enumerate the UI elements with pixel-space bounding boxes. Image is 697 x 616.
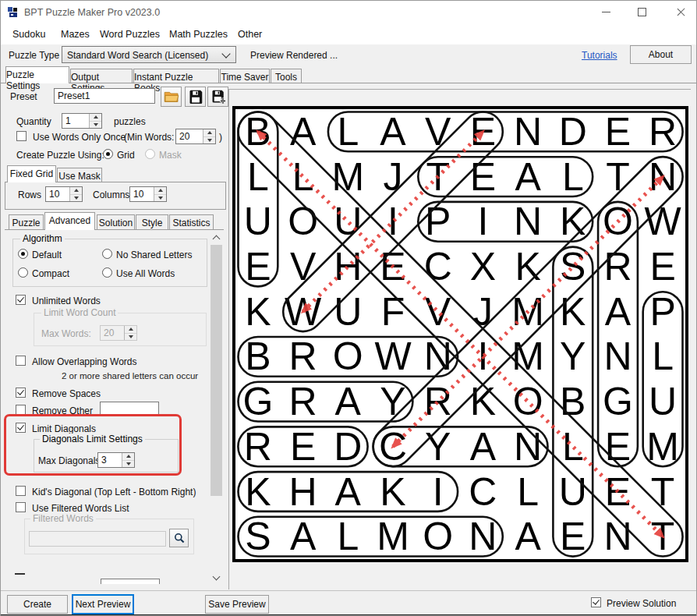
about-button[interactable]: About <box>630 45 692 64</box>
scroll-down-button[interactable] <box>210 571 223 584</box>
scroll-up-button[interactable] <box>210 231 223 244</box>
minimize-icon <box>602 12 610 12</box>
preview-solution-checkbox[interactable] <box>591 597 601 607</box>
tab-puzzle[interactable]: Puzzle <box>9 214 44 229</box>
svg-text:K: K <box>380 470 405 514</box>
tab-puzzle-settings[interactable]: Puzzle Settings <box>5 66 69 83</box>
menu-word-puzzles[interactable]: Word Puzzles <box>100 29 160 40</box>
svg-text:M: M <box>377 515 409 558</box>
svg-text:E: E <box>605 425 631 469</box>
algorithm-noshared-radio[interactable] <box>102 249 112 259</box>
save-preview-button[interactable]: Save Preview <box>205 595 269 614</box>
svg-text:L: L <box>247 155 269 199</box>
save-preset-button[interactable] <box>185 87 206 107</box>
svg-text:Y: Y <box>380 380 405 423</box>
tab-advanced[interactable]: Advanced <box>44 212 95 230</box>
algorithm-allwords-label: Use All Words <box>116 268 175 279</box>
max-diagonals-spinner-buttons[interactable] <box>122 453 134 467</box>
unlimited-words-checkbox[interactable] <box>16 295 26 305</box>
max-words-label: Max Words: <box>41 328 91 339</box>
use-filtered-checkbox[interactable] <box>16 502 26 512</box>
svg-text:K: K <box>245 290 271 334</box>
tab-instant-puzzle-books[interactable]: Instant Puzzle Books <box>133 69 219 83</box>
allow-overlapping-checkbox[interactable] <box>16 356 26 366</box>
preset-input[interactable]: Preset1 <box>54 88 155 104</box>
max-diagonals-stepper[interactable]: 3 <box>97 452 135 468</box>
tab-statistics[interactable]: Statistics <box>169 214 214 229</box>
svg-text:B: B <box>245 335 271 378</box>
rows-stepper[interactable]: 10 <box>45 186 83 202</box>
min-words-label: (Min Words: <box>124 132 174 143</box>
svg-text:N: N <box>514 425 542 469</box>
svg-text:X: X <box>470 245 496 289</box>
cutoff-checkbox-edge <box>15 573 25 575</box>
svg-text:T: T <box>651 470 675 514</box>
svg-text:L: L <box>337 110 359 154</box>
tab-fixed-grid[interactable]: Fixed Grid <box>7 165 56 182</box>
algorithm-compact-radio[interactable] <box>18 267 28 278</box>
svg-text:N: N <box>514 110 542 154</box>
svg-text:F: F <box>381 290 405 334</box>
close-button[interactable] <box>663 1 697 23</box>
columns-spinner-buttons[interactable] <box>154 187 166 201</box>
svg-text:M: M <box>511 335 544 378</box>
grid-radio[interactable] <box>103 149 113 159</box>
menu-other[interactable]: Other <box>238 29 262 40</box>
svg-text:W: W <box>644 200 681 243</box>
algorithm-allwords-radio[interactable] <box>102 267 112 278</box>
svg-text:L: L <box>562 425 584 469</box>
remove-spaces-checkbox[interactable] <box>16 388 26 398</box>
minimize-button[interactable] <box>589 1 624 23</box>
svg-text:R: R <box>603 245 632 289</box>
tab-tools[interactable]: Tools <box>271 69 302 83</box>
save-preset-as-button[interactable] <box>207 87 228 107</box>
menu-sudoku[interactable]: Sudoku <box>12 29 45 40</box>
columns-label: Columns <box>93 189 129 200</box>
min-words-stepper[interactable]: 20 <box>175 129 216 144</box>
create-button[interactable]: Create <box>7 595 68 614</box>
open-preset-button[interactable] <box>161 87 182 107</box>
menu-mazes[interactable]: Mazes <box>61 29 90 40</box>
quantity-stepper[interactable]: 1 <box>62 113 102 129</box>
algorithm-default-radio[interactable] <box>18 249 28 259</box>
svg-text:K: K <box>245 470 271 514</box>
svg-text:P: P <box>649 290 675 334</box>
min-words-spinner-buttons[interactable] <box>203 129 215 143</box>
svg-text:C: C <box>469 470 497 514</box>
tab-time-saver[interactable]: Time Saver <box>220 69 270 83</box>
folder-open-icon <box>164 90 179 103</box>
save-as-icon <box>211 90 225 104</box>
puzzle-type-select[interactable]: Standard Word Search (Licensed) <box>62 46 236 63</box>
svg-text:O: O <box>333 335 363 378</box>
tab-output-settings[interactable]: Output Settings <box>70 69 133 83</box>
limit-diagonals-label: Limit Diagonals <box>32 423 96 434</box>
svg-text:Y: Y <box>560 335 586 378</box>
close-icon <box>677 8 685 16</box>
svg-text:K: K <box>560 200 586 243</box>
tab-style[interactable]: Style <box>136 214 168 229</box>
settings-scrollbar[interactable] <box>210 231 223 584</box>
tab-solution[interactable]: Solution <box>97 214 135 229</box>
next-preview-button[interactable]: Next Preview <box>72 594 134 614</box>
svg-text:V: V <box>425 110 451 154</box>
tab-use-mask[interactable]: Use Mask <box>57 168 102 182</box>
puzzle-type-value: Standard Word Search (Licensed) <box>67 50 208 61</box>
columns-stepper[interactable]: 10 <box>129 186 167 202</box>
menu-math-puzzles[interactable]: Math Puzzles <box>169 29 228 40</box>
chevron-down-icon <box>213 572 221 580</box>
max-words-spinner-buttons <box>124 326 136 340</box>
quantity-spinner-buttons[interactable] <box>89 114 101 128</box>
limit-diagonals-checkbox[interactable] <box>16 423 26 433</box>
maximize-button[interactable] <box>624 1 660 23</box>
kids-diagonal-checkbox[interactable] <box>16 486 26 496</box>
use-words-once-checkbox[interactable] <box>16 131 27 141</box>
rows-spinner-buttons[interactable] <box>69 187 82 201</box>
tutorials-link[interactable]: Tutorials <box>582 50 617 61</box>
svg-text:D: D <box>559 110 587 154</box>
search-words-button[interactable] <box>169 529 189 547</box>
diagonals-limit-title: Diagonals Limit Settings <box>40 434 145 444</box>
preset-label: Preset <box>10 91 37 102</box>
save-icon <box>189 90 203 104</box>
quantity-label: Quantity <box>16 116 51 127</box>
scrollbar-thumb[interactable] <box>211 245 222 496</box>
